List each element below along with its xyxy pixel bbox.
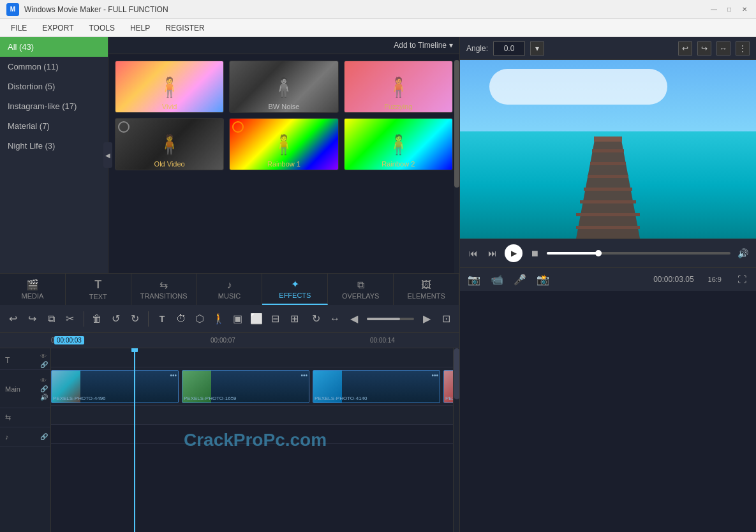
mic-btn[interactable]: 🎤 — [512, 272, 528, 287]
sidebar-item-nightlife[interactable]: Night Life (3) — [0, 136, 108, 156]
undo-btn-preview[interactable]: ↩ — [678, 41, 692, 55]
toolbar-zoom-in[interactable]: ▶ — [419, 310, 436, 328]
play-button[interactable]: ▶ — [505, 244, 523, 262]
tab-text[interactable]: T TEXT — [66, 274, 131, 305]
flip-btn[interactable]: ↔ — [716, 41, 730, 55]
keyframe-button[interactable]: ⬡ — [192, 310, 209, 328]
effect-rainbow1[interactable]: 🧍 Rainbow 1 — [229, 118, 338, 170]
more-btn[interactable]: ⋮ — [736, 41, 750, 55]
clip-menu-3[interactable]: ••• — [431, 372, 438, 379]
effect-oldvideo[interactable]: 🧍 Old Video — [115, 118, 224, 170]
timer-button[interactable]: ⏱ — [173, 310, 189, 328]
sidebar-item-common[interactable]: Common (11) — [0, 57, 108, 77]
effect-label-fuzzying: Fuzzying — [345, 103, 452, 110]
toolbar-loop-right[interactable]: ↻ — [308, 310, 324, 328]
effect-thumb-fuzzying: 🧍 Fuzzying — [345, 61, 452, 112]
stop-btn[interactable]: ⏹ — [528, 246, 542, 260]
track-label-main: Main 👁 🔗 🔊 — [0, 370, 50, 408]
effects-scrollbar[interactable] — [454, 60, 459, 273]
close-button[interactable]: ✕ — [739, 4, 750, 15]
maximize-button[interactable]: □ — [724, 4, 734, 15]
timeline-vscroll-thumb[interactable] — [454, 348, 459, 399]
menu-register[interactable]: REGISTER — [158, 21, 212, 35]
add-to-timeline-button[interactable]: Add to Timeline ▾ — [394, 41, 453, 50]
volume-btn[interactable]: 🔊 — [736, 246, 750, 260]
clip-menu-1[interactable]: ••• — [170, 372, 177, 379]
svg-rect-1 — [594, 137, 622, 142]
rotate-button[interactable]: ↺ — [108, 310, 124, 328]
person-button[interactable]: 🚶 — [211, 310, 227, 328]
tab-overlays[interactable]: ⧉ OVERLAYS — [328, 274, 394, 305]
link-icon-main[interactable]: 🔗 — [40, 385, 48, 392]
zoom-slider[interactable] — [367, 318, 413, 320]
track-label-music: ♪ 🔗 — [0, 427, 50, 447]
menu-file[interactable]: FILE — [3, 21, 34, 35]
playhead[interactable] — [134, 348, 135, 532]
angle-input[interactable] — [493, 41, 525, 55]
timeline-area: 00:00:00 00:00:03 00:00:07 00:00:14 00:0… — [0, 333, 459, 532]
app-logo: M — [6, 3, 19, 16]
menu-help[interactable]: HELP — [122, 21, 158, 35]
grid-button[interactable]: ⊞ — [286, 310, 303, 328]
redo-button[interactable]: ↪ — [24, 310, 41, 328]
effects-grid: 🧍 Vivid 🧍 BW Noise 🧍 — [108, 54, 459, 177]
effect-thumb-rainbow1: 🧍 Rainbow 1 — [230, 119, 337, 170]
track-main: ••• PEXELS-PHOTO-4496 ••• PEXELS-PHOTO-1… — [51, 367, 459, 406]
eye-icon-main[interactable]: 👁 — [40, 377, 48, 384]
clip-menu-2[interactable]: ••• — [300, 372, 308, 379]
clip-2[interactable]: ••• PEXELS-PHOTO-1659 — [182, 370, 309, 403]
toolbar-fit[interactable]: ⊡ — [438, 310, 454, 328]
skip-start-btn[interactable]: ⏮ — [466, 246, 480, 260]
menu-export[interactable]: EXPORT — [34, 21, 81, 35]
expand-btn[interactable]: ⛶ — [734, 272, 750, 287]
adjust-button[interactable]: ⧉ — [43, 310, 59, 328]
tab-text-label: TEXT — [89, 293, 107, 300]
tab-effects[interactable]: ✦ EFFECTS — [262, 274, 328, 305]
effect-bwnoise[interactable]: 🧍 BW Noise — [229, 61, 338, 113]
effect-rainbow2[interactable]: 🧍 Rainbow 2 — [344, 118, 453, 170]
camera-btn[interactable]: 📷 — [466, 272, 482, 287]
progress-bar[interactable] — [547, 252, 730, 255]
audio-icon-main[interactable]: 🔊 — [40, 394, 48, 401]
text-button[interactable]: T — [154, 310, 170, 328]
sidebar-item-distortion[interactable]: Distortion (5) — [0, 77, 108, 96]
video-btn[interactable]: 📹 — [489, 272, 505, 287]
effect-vivid[interactable]: 🧍 Vivid — [115, 61, 224, 113]
tab-media[interactable]: 🎬 MEDIA — [0, 274, 66, 305]
menu-bar: FILE EXPORT TOOLS HELP REGISTER — [0, 19, 756, 37]
timeline-vscrollbar[interactable] — [453, 348, 459, 532]
crop-button[interactable]: ⬜ — [249, 310, 265, 328]
sidebar-collapse-arrow[interactable]: ◀ — [103, 142, 112, 168]
left-section: All (43) Common (11) Distortion (5) Inst… — [0, 37, 459, 532]
music-link-icon[interactable]: 🔗 — [40, 433, 48, 440]
clip-1[interactable]: ••• PEXELS-PHOTO-4496 — [51, 370, 179, 403]
prev-frame-btn[interactable]: ⏭ — [485, 246, 500, 260]
sidebar-item-material[interactable]: Material (7) — [0, 116, 108, 136]
shape-button[interactable]: ▣ — [230, 310, 246, 328]
toolbar-zoom-out[interactable]: ◀ — [346, 310, 362, 328]
undo-button[interactable]: ↩ — [5, 310, 22, 328]
tab-music[interactable]: ♪ MUSIC — [197, 274, 263, 305]
link-icon-text[interactable]: 🔗 — [40, 361, 48, 368]
minimize-button[interactable]: — — [709, 4, 719, 15]
eye-icon-text[interactable]: 👁 — [40, 353, 48, 360]
effect-label-rainbow2: Rainbow 2 — [345, 160, 452, 168]
menu-tools[interactable]: TOOLS — [81, 21, 122, 35]
redo-btn-preview[interactable]: ↪ — [697, 41, 711, 55]
sidebar-item-instagram[interactable]: Instagram-like (17) — [0, 96, 108, 116]
cut-button[interactable]: ✂ — [62, 310, 78, 328]
clip-3[interactable]: ••• PEXELS-PHOTO-4140 — [313, 370, 440, 403]
window-controls: — □ ✕ — [709, 4, 750, 15]
loop-button[interactable]: ↻ — [127, 310, 144, 328]
toolbar-arrow-expand[interactable]: ↔ — [327, 310, 343, 328]
frame-button[interactable]: ⊟ — [267, 310, 284, 328]
tab-transitions[interactable]: ⇆ TRANSITIONS — [131, 274, 197, 305]
snapshot-btn[interactable]: 📸 — [535, 272, 551, 287]
effect-fuzzying[interactable]: 🧍 Fuzzying — [344, 61, 453, 113]
sidebar-item-all[interactable]: All (43) — [0, 37, 108, 57]
tab-elements[interactable]: 🖼 ELEMENTS — [394, 274, 459, 305]
delete-button[interactable]: 🗑 — [89, 310, 105, 328]
scrollbar-thumb[interactable] — [454, 60, 459, 188]
effects-icon: ✦ — [291, 278, 299, 290]
angle-down-btn[interactable]: ▾ — [530, 41, 544, 55]
